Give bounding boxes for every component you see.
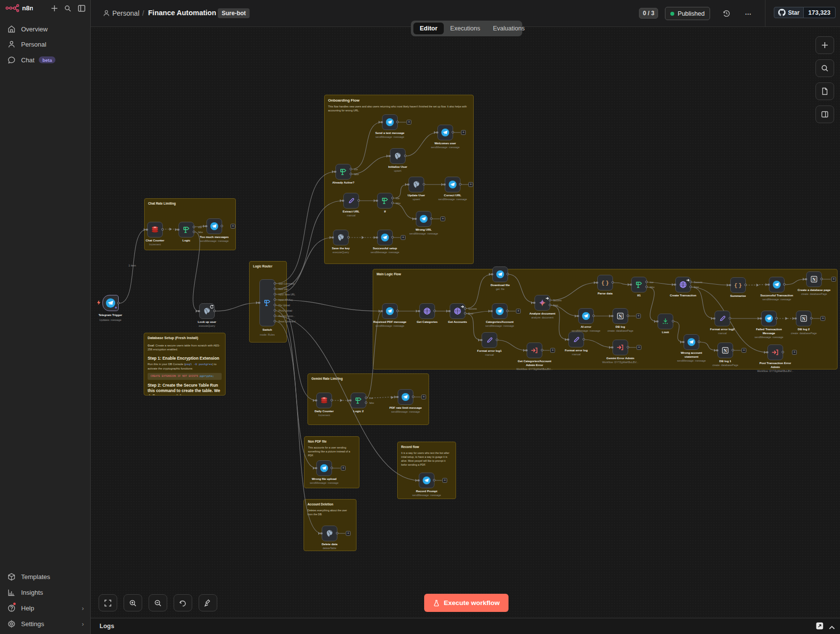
svg-text:{ }: { } (734, 283, 741, 289)
svg-text:N: N (813, 277, 816, 282)
svg-text:N: N (802, 317, 806, 321)
svg-text:N: N (619, 314, 622, 319)
svg-text:{ }: { } (601, 280, 609, 286)
svg-text:N: N (724, 348, 727, 353)
svg-text:n8n: n8n (22, 4, 33, 12)
